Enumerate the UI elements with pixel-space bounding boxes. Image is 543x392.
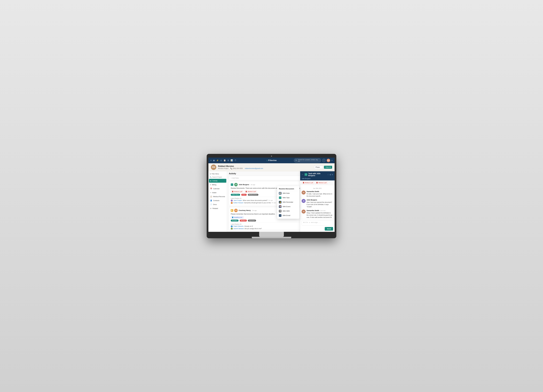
- task-check-icon[interactable]: ◎: [330, 174, 331, 176]
- task-options-icon[interactable]: ⋮: [327, 174, 329, 176]
- task-messages: Jan 30th 2021 SS Samantha Smith Hi Julie…: [300, 185, 335, 219]
- task-input-area: Send: [300, 219, 335, 232]
- with-sms-icon: 💬: [279, 210, 281, 212]
- help-button[interactable]: ?: [322, 159, 325, 162]
- message-avatar-julie: JB: [302, 199, 305, 203]
- message-sender: Samantha Smith: [306, 191, 319, 193]
- sidebar-item-billing[interactable]: $ Billing: [209, 183, 226, 187]
- message-content: Samantha Smith Hi Julie, I saw your task…: [306, 191, 333, 197]
- user-avatar-nav[interactable]: RM: [327, 159, 330, 162]
- dashboard-icon[interactable]: ▣: [213, 159, 215, 162]
- label-tag-medical[interactable]: Medical: [240, 220, 247, 222]
- doc-icon: 📘: [232, 217, 234, 218]
- vitals-button[interactable]: Vitals ✚: [324, 166, 332, 169]
- activity-time: 2m ago: [252, 210, 257, 211]
- resolve-option-with-event[interactable]: 📅 With Event: [277, 205, 300, 209]
- project-meta: Morston Project 📞 (555) 555-5555 robbert…: [218, 168, 263, 169]
- reply-author[interactable]: Esther Howard: [233, 202, 243, 204]
- sidebar-item-medical-records[interactable]: 📋 Medical Records: [209, 195, 226, 199]
- logo-icon: ⌂: [266, 159, 268, 162]
- phase-controls: Phase Vitals ✚: [314, 166, 332, 169]
- resolve-option-with-reminder[interactable]: 🔔 With Reminder: [277, 200, 300, 205]
- pdf-icon: 📕: [245, 191, 247, 193]
- sidebar-item-intake[interactable]: ≡ Intake: [209, 191, 226, 194]
- project-info: Robbert Morston Morston Project 📞 (555) …: [218, 165, 263, 169]
- note-type-icon: 📝: [231, 209, 233, 212]
- pdf-icon: 📕: [303, 182, 305, 183]
- message-content: Samantha Smith Just now Okay, I have upd…: [306, 210, 333, 219]
- label-tag-important[interactable]: Important: [248, 220, 256, 222]
- resolve-option-with-task[interactable]: ✓ With Task: [277, 195, 300, 200]
- billing-icon: $: [210, 184, 211, 186]
- date-divider: Jan 30th 2021: [302, 187, 333, 189]
- intake-icon: ≡: [210, 192, 211, 193]
- resolve-option-with-sms[interactable]: 💬 With SMS: [277, 209, 300, 213]
- clipboard-icon[interactable]: 📋: [223, 159, 226, 162]
- filter-menu-button[interactable]: ⊟ Filter Menu: [208, 172, 227, 176]
- nav-right: 🔍 Search for a project, contact, tag, et…: [294, 158, 333, 163]
- message-sender-row: Samantha Smith: [306, 191, 333, 193]
- lightning-icon[interactable]: ⚡: [216, 159, 219, 162]
- pdf-icon: 📕: [232, 191, 234, 193]
- task-docs: 📕 Medical 1.pdf 📕 Medical 2.pdf ⋯: [300, 181, 335, 185]
- message-text: Hi Julie, I saw your task. What errors i…: [306, 193, 333, 197]
- sidebar: ⊟ Filter Menu 🔍 Search Project ◈ Activit…: [208, 171, 227, 232]
- author-avatar: CH: [234, 209, 238, 212]
- message-item: SS Samantha Smith Just now Okay, I have …: [302, 210, 333, 219]
- resolve-dropdown: Resolve Discussion 📝 With Note ✓ With Ta…: [277, 186, 300, 219]
- with-email-icon: ✉: [279, 214, 281, 217]
- monitor-dot: [271, 156, 272, 157]
- docs-more-icon[interactable]: ⋯: [329, 182, 330, 184]
- label-tag-deadline[interactable]: Deadline: [231, 220, 238, 222]
- task-expand-icon[interactable]: ∨: [332, 174, 333, 176]
- search-project-input[interactable]: 🔍 Search Project: [208, 176, 227, 179]
- monitor-stand: [259, 232, 284, 237]
- project-name: Morston Project: [218, 168, 228, 169]
- reply-text: When were these documents posted?: [243, 199, 267, 202]
- message-text: Okay, I have updated his birthdate to th…: [306, 212, 333, 219]
- sidebar-item-calendar[interactable]: 📅 Calendar: [209, 187, 226, 191]
- message-input[interactable]: [302, 220, 333, 226]
- with-task-icon: ✓: [279, 197, 281, 199]
- resolve-option-with-email[interactable]: ✉ With Email: [277, 213, 300, 218]
- monitor-base: [252, 237, 291, 238]
- top-nav: ≡ ▣ ⚡ ◎ 📋 ⊞ 📊 ⏱ ⌂ Filevine 🔍 Search for …: [208, 158, 335, 163]
- reply-author[interactable]: Darrell Steward: [233, 228, 244, 229]
- message-item: SS Samantha Smith Hi Julie, I saw your t…: [302, 191, 333, 197]
- file-tag[interactable]: 📕 Medical 1.pdf: [231, 190, 243, 193]
- phase-select[interactable]: Phase: [314, 166, 323, 169]
- activity-icon: ◈: [210, 180, 211, 182]
- chart-icon[interactable]: 📊: [231, 159, 233, 162]
- sidebar-item-related[interactable]: ⊕ Related: [209, 206, 226, 210]
- label-tag-client-docs[interactable]: Client Docs: [231, 194, 240, 196]
- message-item: JB Julie Burgess Sam, have you opened th…: [302, 199, 333, 208]
- global-search[interactable]: 🔍 Search for a project, contact, tag, et…: [294, 158, 321, 163]
- sidebar-item-activity[interactable]: ◈ Activity: [209, 179, 226, 183]
- task-panel-subtitle: Julie Burgess: [300, 178, 335, 181]
- pdf-icon: 📕: [316, 182, 318, 183]
- task-panel: ← ✓ Task with Julie Burgess ⋮ ◎ ∨ Julie …: [300, 171, 335, 232]
- project-user-avatar: RM: [211, 165, 216, 170]
- reply-author[interactable]: Jane Cooper: [233, 199, 242, 202]
- message-text: Sam, have you opened the document? If yo…: [306, 201, 333, 208]
- sidebar-item-docs[interactable]: 📄 Docs: [209, 203, 226, 206]
- task-doc-tag[interactable]: 📕 Medical 2.pdf: [315, 182, 328, 184]
- label-tag-error[interactable]: Error: [241, 194, 247, 196]
- project-email[interactable]: robbertmorston@gmail.com: [245, 168, 263, 169]
- sidebar-item-contacts[interactable]: 👤 Contacts: [209, 199, 226, 202]
- send-button[interactable]: Send: [325, 227, 333, 231]
- menu-icon[interactable]: ≡: [210, 159, 211, 162]
- task-back-button[interactable]: ←: [302, 173, 304, 176]
- resolve-option-with-note[interactable]: 📝 With Note: [277, 191, 300, 195]
- reply-avatar: [231, 225, 233, 227]
- target-icon[interactable]: ◎: [220, 159, 222, 162]
- resolve-dropdown-title: Resolve Discussion: [277, 187, 300, 191]
- grid-icon[interactable]: ⊞: [227, 159, 229, 162]
- task-doc-tag[interactable]: 📕 Medical 1.pdf: [302, 182, 314, 184]
- file-tag-doc[interactable]: 📘 deadlines.doc: [231, 216, 243, 219]
- reply-author[interactable]: Ralph Edwards: [233, 225, 243, 227]
- label-tag-medical-docs[interactable]: Medical Docs: [248, 194, 258, 196]
- file-tag[interactable]: 📕 Medical 2.pdf: [244, 190, 257, 193]
- avatar-dropdown-icon[interactable]: ▼: [331, 160, 333, 161]
- timer-icon[interactable]: ⏱: [234, 159, 237, 162]
